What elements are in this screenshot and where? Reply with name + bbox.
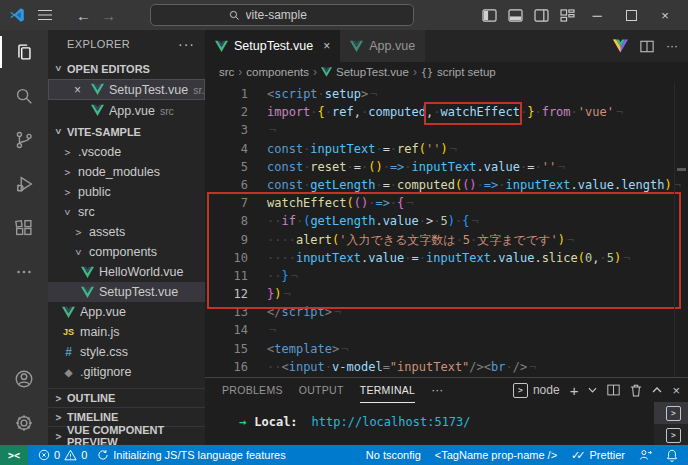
tree-item-mainjs[interactable]: JSmain.js bbox=[48, 322, 205, 342]
toggle-secondary-sidebar-icon[interactable] bbox=[528, 2, 554, 28]
split-editor-icon[interactable] bbox=[640, 40, 654, 53]
arrow-icon: → bbox=[239, 415, 246, 429]
close-tab-icon[interactable]: × bbox=[323, 39, 330, 53]
breadcrumb-components[interactable]: components bbox=[246, 66, 309, 78]
breadcrumb-file[interactable]: SetupTest.vue bbox=[336, 66, 409, 78]
terminal-instance-list: > > bbox=[654, 402, 688, 445]
panel-more-tabs-icon[interactable]: ··· bbox=[431, 383, 443, 397]
tree-item-helloworld[interactable]: HelloWorld.vue bbox=[48, 262, 205, 282]
terminal-profile[interactable]: > node bbox=[513, 383, 560, 398]
tsconfig-status[interactable]: No tsconfig bbox=[366, 449, 421, 461]
file-tree: >.vscode >node_modules >public >src >ass… bbox=[48, 142, 205, 388]
sync-icon bbox=[97, 449, 109, 461]
explorer-more-actions-icon[interactable]: ··· bbox=[178, 36, 195, 52]
kill-terminal-trash-icon[interactable] bbox=[630, 384, 642, 397]
tree-item-src[interactable]: >src bbox=[48, 202, 205, 222]
vue-file-icon bbox=[321, 67, 332, 77]
open-editor-setuptest[interactable]: × SetupTest.vue sr... bbox=[48, 79, 205, 100]
local-url-link[interactable]: http://localhost:5173/ bbox=[312, 415, 471, 429]
status-bar: >< 0 0 Initializing JS/TS language featu… bbox=[0, 445, 688, 465]
tree-item-setuptest[interactable]: SetupTest.vue bbox=[48, 282, 205, 302]
vue-component-preview-section[interactable]: >VUE COMPONENT PREVIEW bbox=[48, 426, 205, 445]
extensions-icon[interactable] bbox=[0, 206, 48, 250]
vue-file-icon bbox=[81, 286, 94, 299]
tree-item-gitignore[interactable]: ◆.gitignore bbox=[48, 362, 205, 382]
vscode-logo-icon bbox=[8, 6, 26, 24]
tab-output[interactable]: OUTPUT bbox=[299, 378, 344, 402]
open-editor-app[interactable]: App.vue src bbox=[48, 100, 205, 121]
explorer-title: EXPLORER bbox=[67, 38, 130, 50]
tree-item-components[interactable]: >components bbox=[48, 242, 205, 262]
warning-icon bbox=[64, 449, 77, 461]
split-terminal-icon[interactable] bbox=[607, 384, 620, 396]
search-view-icon[interactable] bbox=[0, 74, 48, 118]
terminal-instance[interactable]: > bbox=[654, 424, 688, 446]
code-editor[interactable]: 1<script·setup>¬2import·{·ref,·computed,… bbox=[205, 82, 688, 377]
vscode-window: ← → ─ × bbox=[0, 0, 688, 465]
tab-problems[interactable]: PROBLEMS bbox=[222, 378, 283, 402]
tab-terminal[interactable]: TERMINAL bbox=[360, 378, 416, 403]
breadcrumb: src › components › SetupTest.vue › {} sc… bbox=[205, 62, 688, 82]
open-editors-header[interactable]: > OPEN EDITORS bbox=[48, 58, 205, 79]
titlebar: ← → ─ × bbox=[0, 0, 688, 30]
terminal-instance[interactable]: > bbox=[654, 402, 688, 424]
tagname-propname-status[interactable]: <TagName prop-name /> bbox=[435, 449, 557, 461]
explorer-icon[interactable] bbox=[0, 30, 48, 74]
remote-indicator[interactable]: >< bbox=[0, 445, 28, 465]
terminal-icon: > bbox=[513, 383, 528, 398]
tree-item-public[interactable]: >public bbox=[48, 182, 205, 202]
js-file-icon: JS bbox=[62, 326, 75, 339]
vue-file-icon bbox=[91, 104, 104, 117]
vue-devtools-icon[interactable] bbox=[613, 39, 628, 53]
feedback-icon[interactable] bbox=[639, 449, 652, 461]
tree-item-stylecss[interactable]: #style.css bbox=[48, 342, 205, 362]
source-control-icon[interactable] bbox=[0, 118, 48, 162]
more-views-icon[interactable] bbox=[0, 250, 48, 294]
close-editor-icon[interactable]: × bbox=[74, 83, 86, 97]
minimize-button[interactable]: ─ bbox=[580, 0, 614, 30]
editor-tab-bar: SetupTest.vue × App.vue ··· bbox=[205, 30, 688, 62]
tab-app[interactable]: App.vue bbox=[340, 30, 426, 62]
nav-forward-button[interactable]: → bbox=[101, 7, 116, 24]
toggle-panel-icon[interactable] bbox=[502, 2, 528, 28]
tree-item-assets[interactable]: >assets bbox=[48, 222, 205, 242]
notifications-bell-icon[interactable] bbox=[666, 449, 678, 462]
breadcrumb-symbol[interactable]: script setup bbox=[437, 66, 496, 78]
tab-setuptest[interactable]: SetupTest.vue × bbox=[205, 30, 340, 62]
tree-item-appvue[interactable]: App.vue bbox=[48, 302, 205, 322]
editor-more-actions-icon[interactable]: ··· bbox=[666, 39, 678, 53]
close-panel-icon[interactable]: × bbox=[672, 383, 680, 398]
search-input[interactable] bbox=[246, 8, 336, 22]
menu-icon[interactable] bbox=[38, 9, 52, 21]
vue-file-icon bbox=[91, 83, 104, 96]
tree-item-node-modules[interactable]: >node_modules bbox=[48, 162, 205, 182]
git-file-icon: ◆ bbox=[62, 366, 75, 379]
language-status[interactable]: Initializing JS/TS language features bbox=[97, 449, 285, 461]
vue-file-icon bbox=[215, 40, 228, 53]
activity-bar bbox=[0, 30, 48, 445]
new-terminal-icon[interactable]: + bbox=[570, 382, 579, 399]
nav-back-button[interactable]: ← bbox=[76, 7, 91, 24]
account-icon[interactable] bbox=[0, 357, 48, 401]
close-button[interactable]: × bbox=[648, 0, 682, 30]
terminal-output[interactable]: →Local:http://localhost:5173/ bbox=[205, 402, 688, 429]
project-root-header[interactable]: > VITE-SAMPLE bbox=[48, 121, 205, 142]
problems-status[interactable]: 0 0 bbox=[38, 449, 87, 461]
breadcrumb-src[interactable]: src bbox=[219, 66, 234, 78]
prettier-status[interactable]: ✓✓Prettier bbox=[571, 449, 625, 462]
error-icon bbox=[38, 449, 50, 461]
command-center-search[interactable] bbox=[150, 4, 414, 26]
terminal-dropdown-icon[interactable] bbox=[588, 387, 597, 393]
customize-layout-icon[interactable] bbox=[554, 2, 580, 28]
run-debug-icon[interactable] bbox=[0, 162, 48, 206]
search-icon bbox=[229, 10, 240, 21]
editor-scrollbar[interactable] bbox=[674, 82, 688, 377]
maximize-panel-icon[interactable] bbox=[652, 387, 662, 393]
vue-file-icon bbox=[350, 40, 363, 53]
double-check-icon: ✓✓ bbox=[571, 449, 581, 462]
settings-gear-icon[interactable] bbox=[0, 401, 48, 445]
outline-section[interactable]: >OUTLINE bbox=[48, 388, 205, 407]
maximize-button[interactable] bbox=[614, 0, 648, 30]
tree-item-vscode[interactable]: >.vscode bbox=[48, 142, 205, 162]
toggle-sidebar-icon[interactable] bbox=[476, 2, 502, 28]
